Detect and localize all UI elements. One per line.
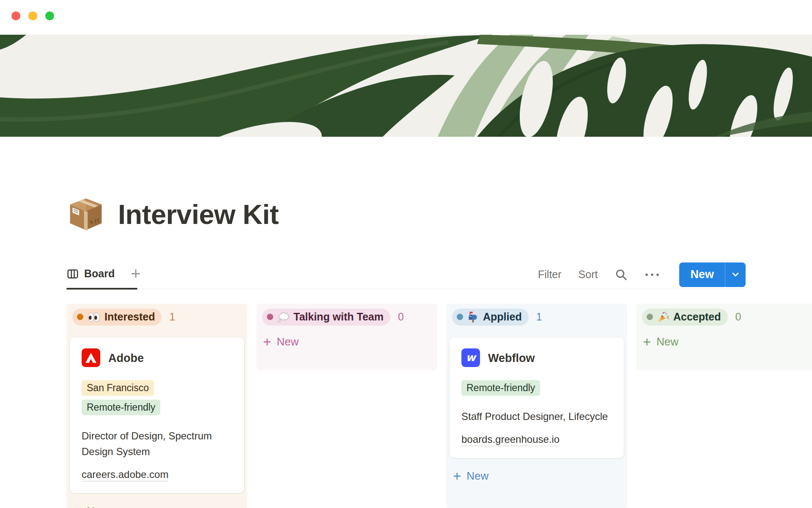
- party-popper-emoji: [657, 311, 669, 323]
- plus-icon: +: [643, 335, 651, 349]
- status-dot: [267, 314, 273, 320]
- tab-board-label: Board: [84, 268, 115, 280]
- plus-icon: +: [73, 504, 81, 508]
- page-cover-image: [0, 35, 812, 137]
- eyes-emoji: [88, 312, 100, 322]
- column-header: Talking with Team 0: [262, 309, 434, 326]
- column-header: Interested 1: [72, 309, 244, 326]
- column-title: Applied: [483, 311, 522, 323]
- window-controls: [11, 11, 54, 20]
- new-button-group: New: [679, 262, 746, 287]
- card-link[interactable]: boards.greenhouse.io: [461, 433, 560, 446]
- column-count: 1: [169, 311, 175, 323]
- column-title: Talking with Team: [294, 311, 384, 323]
- chevron-down-icon[interactable]: [725, 262, 746, 287]
- card-link[interactable]: careers.adobe.com: [82, 469, 168, 481]
- page-title[interactable]: Interview Kit: [118, 199, 279, 230]
- board-view-icon: [66, 268, 79, 280]
- status-dot: [77, 314, 83, 320]
- tag-remote-friendly: Remote-friendly: [461, 380, 540, 396]
- view-tabs: Board +: [66, 265, 141, 284]
- card-header: w Webflow: [461, 348, 612, 369]
- status-dot: [457, 314, 463, 320]
- close-window-button[interactable]: [11, 11, 20, 20]
- column-count: 0: [398, 311, 404, 323]
- column-status-pill[interactable]: Applied: [452, 309, 529, 326]
- page-header: Interview Kit: [66, 181, 746, 248]
- column-count: 0: [735, 311, 741, 323]
- view-actions: Filter Sort New: [538, 262, 746, 287]
- add-card-button[interactable]: + New: [453, 469, 624, 483]
- mailbox-emoji: [467, 311, 479, 323]
- zoom-window-button[interactable]: [45, 11, 54, 20]
- search-icon[interactable]: [614, 268, 628, 281]
- add-card-button[interactable]: + New: [263, 335, 434, 349]
- board-card-adobe[interactable]: Adobe San Francisco Remote-friendly Dire…: [70, 337, 244, 493]
- card-tags: Remote-friendly: [461, 380, 612, 400]
- column-title: Interested: [104, 311, 155, 323]
- plus-icon: +: [453, 469, 461, 483]
- package-emoji[interactable]: [66, 195, 105, 234]
- column-header: Accepted 0: [642, 309, 812, 326]
- board-column-talking-with-team: Talking with Team 0 + New: [256, 304, 437, 370]
- kanban-board: Interested 1 Adobe San Francisco Remote-…: [66, 304, 812, 508]
- card-header: Adobe: [82, 348, 232, 369]
- add-view-button[interactable]: +: [131, 265, 140, 284]
- thought-balloon-emoji: [277, 312, 289, 323]
- filter-button[interactable]: Filter: [538, 268, 562, 281]
- column-count: 1: [536, 311, 542, 323]
- plus-icon: +: [263, 335, 271, 349]
- card-company-name: Adobe: [108, 352, 144, 365]
- svg-text:w: w: [466, 351, 477, 364]
- tab-board-view[interactable]: Board: [66, 268, 115, 282]
- card-role-text: Director of Design, Spectrum Design Syst…: [82, 428, 232, 459]
- board-column-applied: Applied 1 w Webflow Remote-friendly Staf…: [446, 304, 627, 508]
- add-card-button[interactable]: + New: [73, 504, 244, 508]
- new-button[interactable]: New: [679, 262, 725, 287]
- tag-san-francisco: San Francisco: [82, 380, 154, 396]
- status-dot: [647, 314, 653, 320]
- column-status-pill[interactable]: Interested: [72, 309, 162, 326]
- column-title: Accepted: [673, 311, 721, 323]
- column-header: Applied 1: [452, 309, 624, 326]
- column-status-pill[interactable]: Accepted: [642, 309, 728, 326]
- add-card-button[interactable]: + New: [643, 335, 812, 349]
- board-column-interested: Interested 1 Adobe San Francisco Remote-…: [66, 304, 247, 508]
- webflow-logo: w: [461, 348, 480, 369]
- window-titlebar: [0, 0, 812, 35]
- active-tab-underline: [66, 288, 137, 290]
- tag-remote-friendly: Remote-friendly: [82, 400, 160, 415]
- column-status-pill[interactable]: Talking with Team: [262, 309, 390, 326]
- board-column-accepted: Accepted 0 + New: [636, 304, 812, 370]
- more-dots-icon[interactable]: [645, 273, 660, 277]
- monstera-leaves-illustration: [0, 35, 812, 137]
- card-tags: San Francisco Remote-friendly: [82, 380, 232, 419]
- card-company-name: Webflow: [488, 352, 535, 365]
- view-toolbar: Board + Filter Sort New: [66, 261, 746, 289]
- board-card-webflow[interactable]: w Webflow Remote-friendly Staff Product …: [450, 337, 624, 458]
- card-role-text: Staff Product Designer, Lifecycle: [461, 409, 612, 424]
- minimize-window-button[interactable]: [28, 11, 37, 20]
- sort-button[interactable]: Sort: [579, 268, 598, 281]
- adobe-logo: [82, 348, 100, 369]
